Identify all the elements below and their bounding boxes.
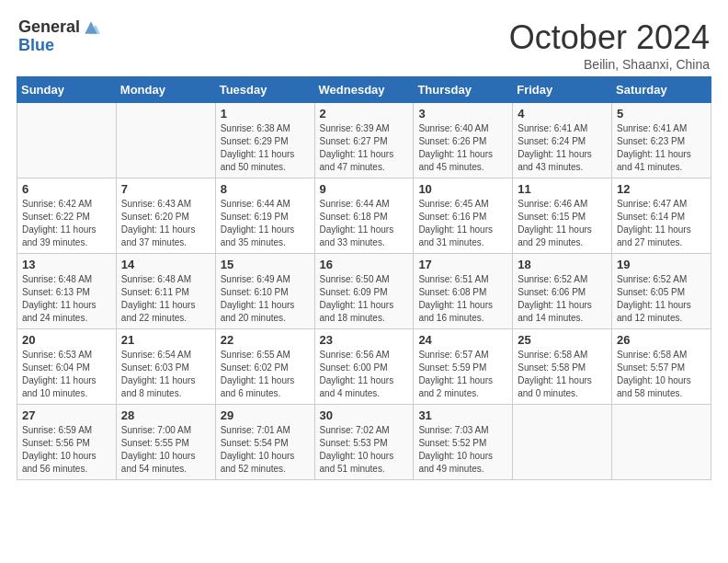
calendar-cell: 26Sunrise: 6:58 AMSunset: 5:57 PMDayligh…	[612, 329, 711, 405]
day-info: Sunrise: 6:59 AMSunset: 5:56 PMDaylight:…	[22, 424, 111, 476]
calendar-cell: 14Sunrise: 6:48 AMSunset: 6:11 PMDayligh…	[116, 254, 215, 329]
day-info: Sunrise: 6:48 AMSunset: 6:11 PMDaylight:…	[121, 273, 210, 325]
day-info: Sunrise: 6:57 AMSunset: 5:59 PMDaylight:…	[418, 349, 507, 400]
day-info: Sunrise: 6:43 AMSunset: 6:20 PMDaylight:…	[121, 198, 210, 249]
day-number: 21	[121, 333, 210, 347]
day-number: 25	[518, 333, 607, 347]
day-number: 19	[617, 258, 706, 271]
calendar-cell: 29Sunrise: 7:01 AMSunset: 5:54 PMDayligh…	[215, 405, 314, 480]
calendar-cell: 25Sunrise: 6:58 AMSunset: 5:58 PMDayligh…	[513, 329, 612, 405]
calendar-cell: 7Sunrise: 6:43 AMSunset: 6:20 PMDaylight…	[116, 178, 215, 254]
logo-general: General	[18, 18, 80, 37]
col-tuesday: Tuesday	[215, 77, 314, 103]
calendar-week-2: 6Sunrise: 6:42 AMSunset: 6:22 PMDaylight…	[17, 178, 711, 254]
calendar-week-4: 20Sunrise: 6:53 AMSunset: 6:04 PMDayligh…	[17, 329, 711, 405]
calendar-cell: 31Sunrise: 7:03 AMSunset: 5:52 PMDayligh…	[414, 405, 513, 480]
calendar-cell: 21Sunrise: 6:54 AMSunset: 6:03 PMDayligh…	[116, 329, 215, 405]
day-info: Sunrise: 6:48 AMSunset: 6:13 PMDaylight:…	[22, 273, 111, 325]
calendar-cell: 4Sunrise: 6:41 AMSunset: 6:24 PMDaylight…	[513, 103, 612, 178]
day-info: Sunrise: 7:02 AMSunset: 5:53 PMDaylight:…	[320, 424, 409, 476]
day-number: 30	[320, 408, 409, 422]
calendar-week-1: 1Sunrise: 6:38 AMSunset: 6:29 PMDaylight…	[17, 103, 711, 178]
day-info: Sunrise: 6:38 AMSunset: 6:29 PMDaylight:…	[221, 122, 310, 174]
day-info: Sunrise: 7:03 AMSunset: 5:52 PMDaylight:…	[418, 424, 507, 476]
calendar-cell: 23Sunrise: 6:56 AMSunset: 6:00 PMDayligh…	[314, 329, 414, 405]
calendar-cell: 12Sunrise: 6:47 AMSunset: 6:14 PMDayligh…	[612, 178, 711, 254]
logo: General Blue	[18, 18, 100, 55]
day-info: Sunrise: 6:52 AMSunset: 6:06 PMDaylight:…	[518, 273, 607, 325]
month-title: October 2024	[509, 18, 710, 57]
calendar-cell	[116, 103, 215, 178]
col-saturday: Saturday	[612, 77, 711, 103]
header: General Blue October 2024 Beilin, Shaanx…	[9, 9, 719, 76]
day-number: 26	[617, 333, 706, 347]
calendar-cell	[513, 405, 612, 480]
day-info: Sunrise: 6:44 AMSunset: 6:19 PMDaylight:…	[221, 198, 310, 249]
day-number: 4	[518, 107, 607, 121]
day-info: Sunrise: 6:58 AMSunset: 5:58 PMDaylight:…	[518, 349, 607, 400]
calendar-cell: 2Sunrise: 6:39 AMSunset: 6:27 PMDaylight…	[314, 103, 414, 178]
day-info: Sunrise: 6:51 AMSunset: 6:08 PMDaylight:…	[418, 273, 507, 325]
header-row: Sunday Monday Tuesday Wednesday Thursday…	[17, 77, 711, 103]
calendar-cell: 8Sunrise: 6:44 AMSunset: 6:19 PMDaylight…	[215, 178, 314, 254]
day-number: 23	[320, 333, 409, 347]
day-number: 5	[617, 107, 706, 121]
day-number: 14	[121, 258, 210, 271]
day-info: Sunrise: 6:58 AMSunset: 5:57 PMDaylight:…	[617, 349, 706, 400]
day-number: 18	[518, 258, 607, 271]
day-number: 27	[22, 408, 111, 422]
day-number: 28	[121, 408, 210, 422]
day-number: 31	[418, 408, 507, 422]
day-info: Sunrise: 6:47 AMSunset: 6:14 PMDaylight:…	[617, 198, 706, 249]
calendar-cell: 18Sunrise: 6:52 AMSunset: 6:06 PMDayligh…	[513, 254, 612, 329]
day-info: Sunrise: 6:45 AMSunset: 6:16 PMDaylight:…	[418, 198, 507, 249]
col-friday: Friday	[513, 77, 612, 103]
day-info: Sunrise: 6:52 AMSunset: 6:05 PMDaylight:…	[617, 273, 706, 325]
day-number: 20	[22, 333, 111, 347]
day-number: 8	[221, 182, 310, 196]
calendar-week-3: 13Sunrise: 6:48 AMSunset: 6:13 PMDayligh…	[17, 254, 711, 329]
calendar-cell: 24Sunrise: 6:57 AMSunset: 5:59 PMDayligh…	[414, 329, 513, 405]
calendar-table: Sunday Monday Tuesday Wednesday Thursday…	[17, 76, 711, 480]
day-number: 3	[418, 107, 507, 121]
day-info: Sunrise: 7:00 AMSunset: 5:55 PMDaylight:…	[121, 424, 210, 476]
calendar-cell: 16Sunrise: 6:50 AMSunset: 6:09 PMDayligh…	[314, 254, 414, 329]
day-info: Sunrise: 6:41 AMSunset: 6:24 PMDaylight:…	[518, 122, 607, 174]
day-info: Sunrise: 6:53 AMSunset: 6:04 PMDaylight:…	[22, 349, 111, 400]
col-thursday: Thursday	[414, 77, 513, 103]
calendar-cell: 28Sunrise: 7:00 AMSunset: 5:55 PMDayligh…	[116, 405, 215, 480]
day-number: 11	[518, 182, 607, 196]
calendar-cell: 1Sunrise: 6:38 AMSunset: 6:29 PMDaylight…	[215, 103, 314, 178]
day-number: 16	[320, 258, 409, 271]
calendar-cell: 20Sunrise: 6:53 AMSunset: 6:04 PMDayligh…	[17, 329, 117, 405]
day-info: Sunrise: 6:41 AMSunset: 6:23 PMDaylight:…	[617, 122, 706, 174]
calendar-cell	[612, 405, 711, 480]
day-info: Sunrise: 7:01 AMSunset: 5:54 PMDaylight:…	[221, 424, 310, 476]
col-wednesday: Wednesday	[314, 77, 414, 103]
calendar-cell: 19Sunrise: 6:52 AMSunset: 6:05 PMDayligh…	[612, 254, 711, 329]
calendar-cell: 22Sunrise: 6:55 AMSunset: 6:02 PMDayligh…	[215, 329, 314, 405]
calendar-cell: 3Sunrise: 6:40 AMSunset: 6:26 PMDaylight…	[414, 103, 513, 178]
day-number: 24	[418, 333, 507, 347]
day-info: Sunrise: 6:44 AMSunset: 6:18 PMDaylight:…	[320, 198, 409, 249]
day-info: Sunrise: 6:42 AMSunset: 6:22 PMDaylight:…	[22, 198, 111, 249]
day-number: 29	[221, 408, 310, 422]
title-area: October 2024 Beilin, Shaanxi, China	[509, 18, 710, 72]
day-info: Sunrise: 6:39 AMSunset: 6:27 PMDaylight:…	[320, 122, 409, 174]
calendar-cell: 6Sunrise: 6:42 AMSunset: 6:22 PMDaylight…	[17, 178, 117, 254]
day-info: Sunrise: 6:49 AMSunset: 6:10 PMDaylight:…	[221, 273, 310, 325]
calendar-cell: 15Sunrise: 6:49 AMSunset: 6:10 PMDayligh…	[215, 254, 314, 329]
col-monday: Monday	[116, 77, 215, 103]
day-number: 9	[320, 182, 409, 196]
calendar-cell: 5Sunrise: 6:41 AMSunset: 6:23 PMDaylight…	[612, 103, 711, 178]
day-info: Sunrise: 6:50 AMSunset: 6:09 PMDaylight:…	[320, 273, 409, 325]
calendar-cell: 13Sunrise: 6:48 AMSunset: 6:13 PMDayligh…	[17, 254, 117, 329]
day-number: 15	[221, 258, 310, 271]
calendar-cell: 9Sunrise: 6:44 AMSunset: 6:18 PMDaylight…	[314, 178, 414, 254]
calendar-cell: 10Sunrise: 6:45 AMSunset: 6:16 PMDayligh…	[414, 178, 513, 254]
day-number: 1	[221, 107, 310, 121]
col-sunday: Sunday	[17, 77, 117, 103]
day-number: 12	[617, 182, 706, 196]
calendar-cell: 30Sunrise: 7:02 AMSunset: 5:53 PMDayligh…	[314, 405, 414, 480]
calendar-week-5: 27Sunrise: 6:59 AMSunset: 5:56 PMDayligh…	[17, 405, 711, 480]
